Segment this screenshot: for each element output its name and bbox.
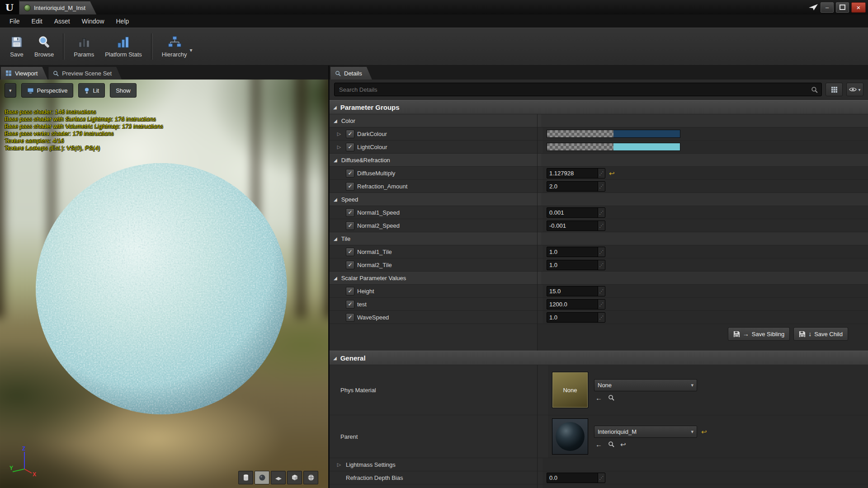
expander-icon[interactable]: ▷ <box>335 131 343 137</box>
use-selected-asset-icon[interactable]: ← <box>595 394 602 401</box>
params-button[interactable]: Params <box>68 33 99 60</box>
drag-dots-icon[interactable]: ⋰ <box>598 208 605 217</box>
menu-help[interactable]: Help <box>110 15 135 27</box>
maximize-button[interactable] <box>836 2 849 13</box>
param-value-cell: ⋰ <box>542 258 868 271</box>
parent-dropdown[interactable]: Interioriquid_M ▾ <box>594 426 697 438</box>
reset-to-default-icon[interactable]: ↩ <box>701 428 707 435</box>
chevron-down-icon: ▾ <box>691 429 693 435</box>
param-checkbox[interactable]: ✓ <box>346 130 354 138</box>
hierarchy-dropdown-caret-icon[interactable]: ▾ <box>189 47 192 53</box>
drag-dots-icon[interactable]: ⋰ <box>598 313 605 322</box>
cube-mesh-button[interactable] <box>287 471 302 484</box>
drag-dots-icon[interactable]: ⋰ <box>598 247 605 257</box>
sphere-mesh-button[interactable] <box>255 471 269 484</box>
param-checkbox[interactable]: ✓ <box>346 248 354 256</box>
hierarchy-button[interactable]: Hierarchy <box>156 33 193 60</box>
general-header[interactable]: ◢ General <box>330 351 868 365</box>
use-selected-asset-icon[interactable]: ← <box>595 441 602 448</box>
number-field: ⋰ <box>547 207 605 218</box>
cylinder-mesh-button[interactable] <box>238 471 253 484</box>
tab-viewport[interactable]: Viewport <box>1 67 47 80</box>
param-checkbox[interactable]: ✓ <box>346 313 354 322</box>
drag-dots-icon[interactable]: ⋰ <box>598 286 605 296</box>
save-child-button[interactable]: ↓ Save Child <box>793 327 848 341</box>
tab-preview-scene-settings[interactable]: Preview Scene Set <box>48 67 122 80</box>
drag-dots-icon[interactable]: ⋰ <box>598 182 605 191</box>
param-checkbox[interactable]: ✓ <box>346 143 354 151</box>
param-value-input[interactable] <box>547 249 598 255</box>
view-options-button[interactable]: ▾ <box>846 83 863 96</box>
param-checkbox[interactable]: ✓ <box>346 182 354 191</box>
phys-material-value: None <box>598 382 612 389</box>
main-area: Viewport Preview Scene Set <box>0 66 868 488</box>
param-value-input[interactable] <box>547 183 598 190</box>
save-sibling-button[interactable]: → Save Sibling <box>728 327 790 341</box>
param-checkbox[interactable]: ✓ <box>346 300 354 309</box>
expander-icon[interactable]: ▷ <box>335 462 343 468</box>
refraction-depth-bias-input[interactable] <box>547 474 598 481</box>
param-row: ✓Normal2_Tile⋰ <box>330 258 868 272</box>
clear-reference-icon[interactable]: ↩ <box>620 441 626 448</box>
param-value-input[interactable] <box>547 170 598 177</box>
browse-to-asset-icon[interactable] <box>608 394 614 401</box>
param-section-header[interactable]: ◢Tile <box>330 232 868 245</box>
platform-stats-button[interactable]: Platform Stats <box>99 33 147 60</box>
save-button[interactable]: Save <box>5 33 29 60</box>
lit-button[interactable]: Lit <box>78 83 105 98</box>
menu-asset[interactable]: Asset <box>48 15 76 27</box>
color-swatch[interactable] <box>547 130 680 138</box>
browse-to-asset-icon[interactable] <box>608 441 614 447</box>
param-section-header[interactable]: ◢Scalar Parameter Values <box>330 272 868 285</box>
menu-file[interactable]: File <box>4 15 26 27</box>
refraction-depth-bias-label: Refraction Depth Bias <box>346 474 403 481</box>
perspective-button[interactable]: Perspective <box>21 83 74 98</box>
search-details-input[interactable] <box>338 86 808 94</box>
document-tab[interactable]: Interioriquid_M_Inst <box>19 1 96 14</box>
param-checkbox[interactable]: ✓ <box>346 208 354 217</box>
param-value-input[interactable] <box>547 301 598 308</box>
param-value-input[interactable] <box>547 314 598 321</box>
param-value-input[interactable] <box>547 262 598 268</box>
param-checkbox[interactable]: ✓ <box>346 169 354 178</box>
custom-mesh-button[interactable] <box>303 471 318 484</box>
viewport[interactable]: ▾ Perspective Lit Show Base pass shader:… <box>0 80 328 488</box>
color-swatch[interactable] <box>547 143 680 151</box>
tab-details[interactable]: Details <box>330 67 372 80</box>
close-button[interactable]: × <box>851 2 866 13</box>
plane-mesh-button[interactable] <box>271 471 286 484</box>
param-section-header[interactable]: ◢Speed <box>330 193 868 206</box>
minimize-button[interactable]: – <box>821 2 834 13</box>
drag-dots-icon[interactable]: ⋰ <box>598 260 605 270</box>
param-value-input[interactable] <box>547 288 598 295</box>
parent-thumbnail[interactable] <box>552 418 588 455</box>
param-checkbox[interactable]: ✓ <box>346 287 354 296</box>
reset-to-default-icon[interactable]: ↩ <box>609 170 615 177</box>
param-value-input[interactable] <box>547 209 598 216</box>
menu-edit[interactable]: Edit <box>26 15 48 27</box>
menu-window[interactable]: Window <box>76 15 110 27</box>
parameter-groups-header[interactable]: ◢ Parameter Groups <box>330 100 868 114</box>
document-tab-title: Interioriquid_M_Inst <box>34 5 85 11</box>
property-matrix-button[interactable] <box>826 83 843 96</box>
drag-dots-icon[interactable]: ⋰ <box>598 473 605 483</box>
browse-button[interactable]: Browse <box>29 33 59 60</box>
phys-material-thumbnail[interactable]: None <box>552 372 588 408</box>
drag-dots-icon[interactable]: ⋰ <box>598 169 605 178</box>
drag-dots-icon[interactable]: ⋰ <box>598 300 605 309</box>
viewport-options-button[interactable]: ▾ <box>5 83 16 98</box>
expander-icon[interactable]: ▷ <box>335 144 343 150</box>
param-section-header[interactable]: ◢Color <box>330 114 868 127</box>
preview-mesh-sphere[interactable] <box>34 162 288 416</box>
param-checkbox[interactable]: ✓ <box>346 261 354 269</box>
feedback-icon[interactable] <box>808 4 818 11</box>
phys-material-dropdown[interactable]: None ▾ <box>594 379 697 391</box>
overrides-value-cell <box>542 484 868 488</box>
param-section-header[interactable]: ◢Diffuse&Refraction <box>330 154 868 167</box>
drag-dots-icon[interactable]: ⋰ <box>598 221 605 230</box>
show-button[interactable]: Show <box>110 83 137 98</box>
param-value-input[interactable] <box>547 222 598 229</box>
param-checkbox[interactable]: ✓ <box>346 221 354 230</box>
param-name-cell: ✓Normal1_Speed <box>330 206 542 219</box>
column-splitter[interactable] <box>537 100 538 488</box>
